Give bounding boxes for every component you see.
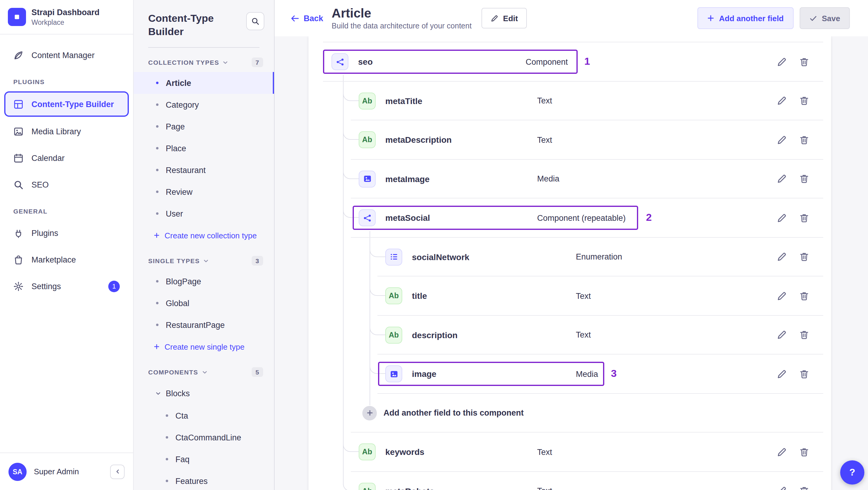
group-label: Blocks: [166, 389, 190, 398]
edit-field-button[interactable]: [777, 213, 787, 223]
field-row-title: Ab title Text: [309, 276, 831, 315]
field-row-description: Ab description Text: [309, 315, 831, 355]
sidebar-item-user[interactable]: User: [134, 203, 274, 224]
delete-field-button[interactable]: [799, 135, 809, 145]
sidebar-item-article[interactable]: Article: [134, 72, 274, 94]
create-collection-type-link[interactable]: Create new collection type: [134, 224, 274, 246]
edit-field-button[interactable]: [777, 291, 787, 301]
puzzle-icon: [13, 228, 24, 238]
field-row-socialnetwork: socialNetwork Enumeration: [309, 238, 831, 276]
sidebar-item-features[interactable]: Features: [134, 470, 274, 490]
delete-field-button[interactable]: [799, 174, 809, 184]
save-button[interactable]: Save: [799, 7, 850, 29]
component-icon: [332, 54, 348, 70]
delete-field-button[interactable]: [799, 369, 809, 379]
media-field-icon: [359, 171, 376, 187]
field-type: Text: [537, 448, 552, 457]
component-group-blocks[interactable]: Blocks: [134, 382, 274, 405]
edit-field-button[interactable]: [777, 174, 787, 184]
sidebar-item-restaurantpage[interactable]: RestaurantPage: [134, 314, 274, 336]
sidebar-item-global[interactable]: Global: [134, 292, 274, 314]
edit-field-button[interactable]: [777, 486, 787, 490]
plus-icon: [154, 344, 160, 350]
brand: Strapi Dashboard Workplace: [0, 0, 133, 34]
calendar-icon: [13, 153, 24, 163]
user-name: Super Admin: [34, 467, 79, 476]
nav-label: Settings: [31, 282, 61, 291]
components-section[interactable]: COMPONENTS 5: [134, 358, 274, 382]
collection-types-section[interactable]: COLLECTION TYPES 7: [134, 48, 274, 72]
edit-field-button[interactable]: [777, 57, 787, 67]
delete-field-button[interactable]: [799, 96, 809, 106]
add-field-to-component-button[interactable]: [362, 406, 377, 421]
nav-label: Content-Type Builder: [31, 99, 114, 109]
nav-item-seo[interactable]: SEO: [0, 171, 133, 198]
enumeration-icon: [385, 249, 402, 266]
fields-scroll-area[interactable]: seo Component Ab metaTitle Text: [275, 36, 868, 490]
nav-item-media-library[interactable]: Media Library: [0, 118, 133, 145]
delete-field-button[interactable]: [799, 447, 809, 457]
create-single-type-link[interactable]: Create new single type: [134, 336, 274, 358]
add-field-label: Add another field: [719, 13, 784, 23]
help-button[interactable]: ?: [840, 460, 864, 485]
delete-field-button[interactable]: [799, 486, 809, 490]
nav-item-content-manager[interactable]: Content Manager: [0, 42, 133, 68]
edit-field-button[interactable]: [777, 96, 787, 106]
back-link[interactable]: Back: [290, 13, 323, 23]
field-type: Text: [537, 487, 552, 490]
add-another-field-button[interactable]: Add another field: [697, 7, 793, 29]
search-button[interactable]: [246, 12, 264, 30]
shopping-bag-icon: [13, 254, 24, 265]
item-label: Article: [166, 78, 191, 87]
delete-field-button[interactable]: [799, 330, 809, 340]
main-sidebar: Strapi Dashboard Workplace Content Manag…: [0, 0, 134, 490]
delete-field-button[interactable]: [799, 213, 809, 223]
sidebar-item-place[interactable]: Place: [134, 137, 274, 159]
nav-item-content-type-builder[interactable]: Content-Type Builder: [4, 91, 129, 117]
edit-field-button[interactable]: [777, 252, 787, 262]
collapse-sidebar-button[interactable]: [110, 464, 125, 479]
sidebar-item-blogpage[interactable]: BlogPage: [134, 270, 274, 292]
field-type: Text: [537, 135, 552, 145]
nav-label: Media Library: [31, 127, 81, 136]
page-subtitle: Build the data architecture of your cont…: [332, 22, 472, 30]
edit-field-button[interactable]: [777, 135, 787, 145]
bullet-icon: [156, 169, 158, 171]
bullet-icon: [156, 147, 158, 149]
edit-field-button[interactable]: [777, 330, 787, 340]
edit-field-button[interactable]: [777, 369, 787, 379]
sidebar-item-category[interactable]: Category: [134, 94, 274, 116]
item-label: CtaCommandLine: [176, 433, 241, 442]
bullet-icon: [166, 436, 168, 438]
single-types-section[interactable]: SINGLE TYPES 3: [134, 246, 274, 270]
delete-field-button[interactable]: [799, 252, 809, 262]
delete-field-button[interactable]: [799, 291, 809, 301]
nav-item-marketplace[interactable]: Marketplace: [0, 246, 133, 273]
sidebar-item-faq[interactable]: Faq: [134, 448, 274, 470]
row-actions: [777, 57, 809, 67]
nav-label: Content Manager: [31, 51, 95, 60]
item-label: RestaurantPage: [166, 320, 225, 329]
field-type: Media: [537, 175, 559, 184]
field-name: metaRobots: [385, 486, 434, 490]
nav-item-calendar[interactable]: Calendar: [0, 145, 133, 171]
sidebar-item-cta[interactable]: Cta: [134, 405, 274, 427]
sidebar-item-page[interactable]: Page: [134, 116, 274, 137]
nav-label: SEO: [31, 180, 49, 189]
delete-field-button[interactable]: [799, 57, 809, 67]
title-block: Article Build the data architecture of y…: [332, 6, 472, 30]
nav-item-plugins[interactable]: Plugins: [0, 220, 133, 246]
add-field-to-component-label[interactable]: Add another field to this component: [383, 409, 524, 418]
row-actions: [777, 486, 809, 490]
field-name: seo: [358, 57, 373, 67]
edit-button[interactable]: Edit: [481, 8, 527, 28]
item-label: Place: [166, 144, 186, 153]
field-row-metadescription: Ab metaDescription Text: [309, 120, 831, 159]
field-name: title: [412, 291, 427, 301]
sidebar-item-review[interactable]: Review: [134, 181, 274, 203]
nav-item-settings[interactable]: Settings 1: [0, 273, 133, 300]
sidebar-item-ctacommandline[interactable]: CtaCommandLine: [134, 427, 274, 448]
edit-label: Edit: [503, 13, 518, 23]
edit-field-button[interactable]: [777, 447, 787, 457]
sidebar-item-restaurant[interactable]: Restaurant: [134, 159, 274, 181]
